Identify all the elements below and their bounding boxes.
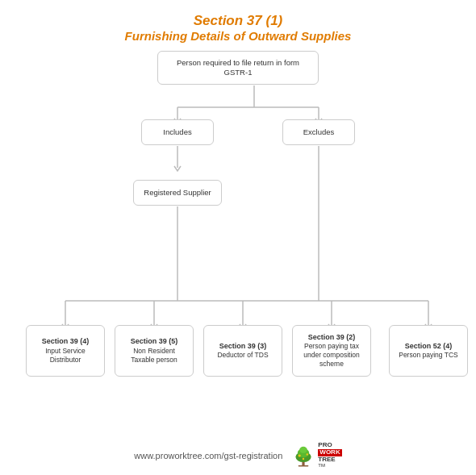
node-b2: Section 39 (5) Non Resident Taxable pers… [115, 325, 194, 377]
node-b3: Section 39 (3) Deductor of TDS [203, 325, 282, 377]
svg-point-18 [299, 454, 301, 456]
node-b5: Section 52 (4) Person paying TCS [389, 325, 468, 377]
page-container: Section 37 (1) Furnishing Details of Out… [0, 0, 476, 475]
logo-tree-text: TREE [318, 456, 335, 464]
node-b1: Section 39 (4) Input Service Distributor [26, 325, 105, 377]
node-b4: Section 39 (2) Person paying tax under c… [292, 325, 371, 377]
flowchart: Person required to file return in form G… [16, 51, 460, 430]
node-excludes: Excludes [282, 119, 355, 145]
logo-container: PRO WORK TREE TM [290, 442, 341, 469]
title-line2: Furnishing Details of Outward Supplies [16, 29, 460, 43]
title-line1: Section 37 (1) [16, 13, 460, 29]
logo-tm-text: TM [318, 463, 325, 469]
logo-tree-icon [290, 443, 316, 469]
footer-url: www.proworktree.com/gst-registration [134, 451, 282, 460]
svg-point-17 [300, 446, 308, 452]
header: Section 37 (1) Furnishing Details of Out… [16, 13, 460, 43]
svg-point-19 [307, 453, 308, 455]
node-top: Person required to file return in form G… [157, 51, 319, 85]
svg-point-20 [303, 457, 304, 459]
node-includes: Includes [141, 119, 214, 145]
node-registered: Registered Supplier [133, 180, 222, 206]
footer: www.proworktree.com/gst-registration PRO [0, 442, 476, 469]
svg-rect-14 [299, 465, 309, 467]
